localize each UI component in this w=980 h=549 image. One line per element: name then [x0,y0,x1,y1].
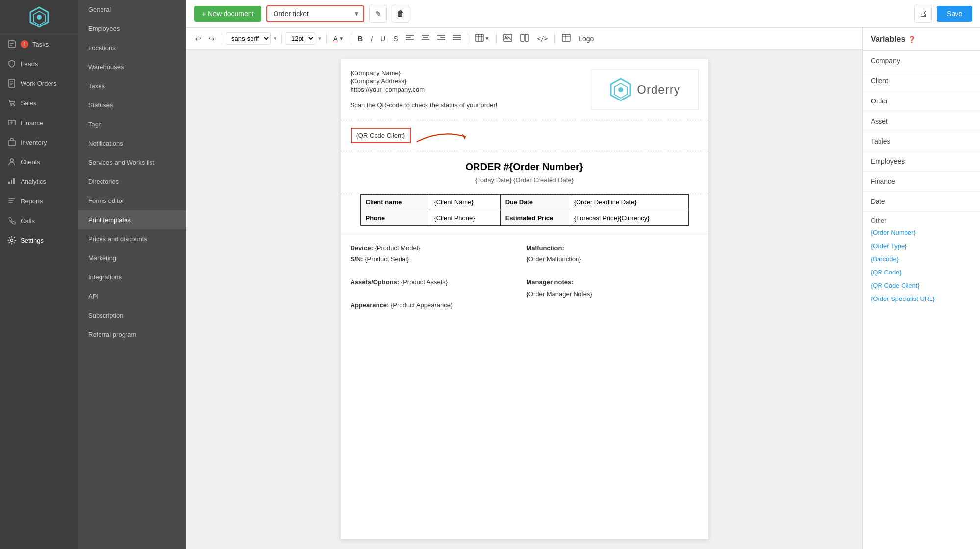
document-type-select[interactable]: Order ticket [266,5,364,22]
sidebar-item-finance[interactable]: Finance [0,113,78,132]
table-button[interactable]: ▼ [472,32,493,45]
save-button[interactable]: Save [937,6,972,22]
redo-button[interactable]: ↪ [206,33,218,45]
delete-button[interactable]: 🗑 [392,5,409,23]
estimated-price-value: {Forecast Price}{Currency} [569,210,688,226]
text-color-button[interactable]: A ▼ [330,33,347,45]
toolbar-divider [222,33,222,44]
code-icon: </> [537,35,548,42]
secondary-item-subscription[interactable]: Subscription [78,306,186,325]
sidebar-item-label: Work Orders [21,80,56,87]
sidebar-item-label: Settings [21,237,44,244]
italic-button[interactable]: I [368,33,376,45]
sidebar-item-label: Tasks [32,41,49,48]
sidebar-item-inventory[interactable]: Inventory [0,132,78,152]
print-button[interactable]: 🖨 [914,5,932,23]
document-canvas[interactable]: {Company Name} {Company Address} https:/… [186,50,862,549]
var-order-specialist-url[interactable]: {Order Specialist URL} [863,292,980,305]
var-item-order[interactable]: Order [863,91,980,111]
strikethrough-button[interactable]: S [390,33,401,45]
var-item-asset[interactable]: Asset [863,111,980,131]
company-address-field: {Company Address} [351,77,591,85]
qr-code-field: {QR Code Client} [351,128,411,143]
sn-label: S/N: [351,255,363,263]
tasks-icon [7,39,17,49]
orderry-text: Orderry [637,83,680,97]
svg-rect-43 [562,34,570,41]
var-order-type[interactable]: {Order Type} [863,239,980,252]
undo-button[interactable]: ↩ [192,33,204,45]
align-center-button[interactable] [419,32,432,45]
secondary-item-api[interactable]: API [78,287,186,306]
edit-button[interactable]: ✎ [369,5,387,23]
var-item-company[interactable]: Company [863,51,980,71]
font-family-select[interactable]: sans-serif [226,32,271,45]
secondary-item-warehouses[interactable]: Warehouses [78,57,186,76]
secondary-item-taxes[interactable]: Taxes [78,76,186,96]
image-button[interactable] [501,32,515,45]
secondary-item-locations[interactable]: Locations [78,38,186,57]
var-qr-code[interactable]: {QR Code} [863,266,980,279]
top-toolbar: + New document Order ticket ▼ ✎ 🗑 🖨 Save [186,0,980,28]
svg-point-2 [37,15,42,20]
grid-icon [562,34,571,43]
align-left-icon [406,34,414,43]
align-right-button[interactable] [434,32,448,45]
underline-button[interactable]: U [377,33,388,45]
new-document-button[interactable]: + New document [194,6,261,22]
device-value: {Product Model} [375,244,420,251]
sidebar-item-analytics[interactable]: Analytics [0,172,78,191]
secondary-item-marketing[interactable]: Marketing [78,249,186,268]
grid-button[interactable] [559,32,574,45]
var-item-date[interactable]: Date [863,192,980,212]
secondary-item-directories[interactable]: Directories [78,172,186,191]
var-barcode[interactable]: {Barcode} [863,252,980,266]
sidebar-item-workorders[interactable]: Work Orders [0,74,78,93]
svg-point-48 [618,87,623,92]
font-family-chevron: ▼ [273,36,277,41]
device-section: Device: {Product Model} S/N: {Product Se… [341,234,708,319]
secondary-item-integrations[interactable]: Integrations [78,268,186,287]
sidebar-item-tasks[interactable]: 1 Tasks [0,34,78,54]
secondary-item-employees[interactable]: Employees [78,19,186,38]
code-button[interactable]: </> [534,33,551,44]
orderry-logo: Orderry [603,73,685,107]
columns-button[interactable] [517,32,532,45]
secondary-item-notifications[interactable]: Notifications [78,134,186,153]
align-left-button[interactable] [403,32,417,45]
columns-icon [520,34,529,43]
toolbar-divider4 [351,33,351,44]
sidebar-item-reports[interactable]: Reports [0,191,78,211]
secondary-item-general[interactable]: General [78,0,186,19]
logo-button[interactable]: Logo [576,33,597,45]
bold-button[interactable]: B [355,33,366,45]
sidebar-item-clients[interactable]: Clients [0,152,78,172]
font-size-chevron: ▼ [317,36,322,41]
var-item-client[interactable]: Client [863,71,980,91]
sidebar-item-leads[interactable]: Leads [0,54,78,74]
align-justify-button[interactable] [450,32,464,45]
font-size-select[interactable]: 12pt [286,32,315,45]
var-item-tables[interactable]: Tables [863,131,980,151]
var-qr-code-client[interactable]: {QR Code Client} [863,279,980,292]
editor-area: ↩ ↪ sans-serif ▼ 12pt ▼ [186,28,980,549]
secondary-item-forms-editor[interactable]: Forms editor [78,191,186,210]
sidebar-item-sales[interactable]: Sales [0,93,78,113]
sidebar-item-calls[interactable]: Calls [0,211,78,230]
doc-company-info: {Company Name} {Company Address} https:/… [351,69,591,110]
secondary-item-services[interactable]: Services and Works list [78,153,186,172]
var-item-employees[interactable]: Employees [863,151,980,172]
variables-title: Variables [871,35,905,44]
sidebar-item-label: Leads [21,60,38,68]
svg-rect-42 [525,34,528,41]
sidebar-item-settings[interactable]: Settings [0,230,78,250]
secondary-item-statuses[interactable]: Statuses [78,96,186,115]
var-item-finance[interactable]: Finance [863,172,980,192]
var-order-number[interactable]: {Order Number} [863,226,980,239]
secondary-item-print-templates[interactable]: Print templates [78,210,186,229]
secondary-item-referral[interactable]: Referral program [78,325,186,344]
secondary-item-tags[interactable]: Tags [78,115,186,134]
secondary-item-prices[interactable]: Prices and discounts [78,229,186,249]
svg-point-10 [10,105,12,106]
analytics-icon [7,176,17,186]
